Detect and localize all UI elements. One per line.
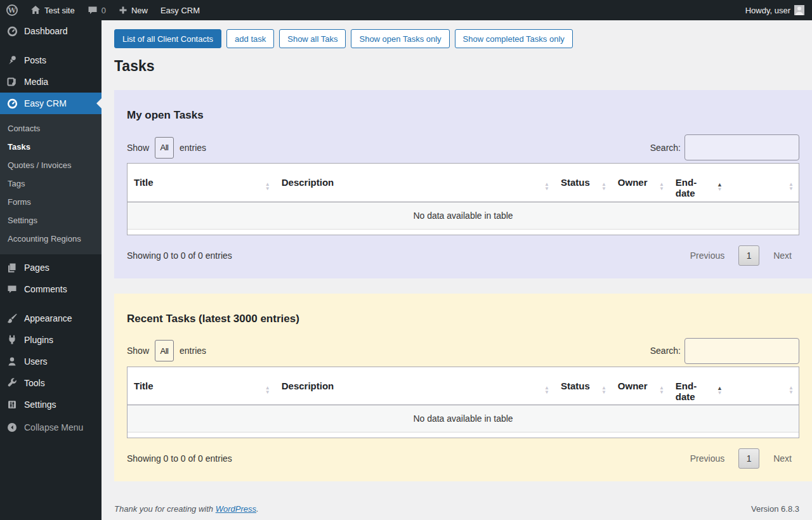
column-header-actions[interactable]: ▲▼ [728,164,799,202]
next-page-button[interactable]: Next [766,247,799,264]
sidebar-item-easy-crm[interactable]: Easy CRM [0,93,102,114]
admin-footer: Thank you for creating with WordPress. V… [114,504,812,514]
column-header-owner[interactable]: Owner ▲▼ [612,164,669,202]
site-name: Test site [44,6,75,15]
sidebar-item-media[interactable]: Media [0,71,102,93]
sort-icon: ▲▼ [265,182,270,191]
show-open-tasks-button[interactable]: Show open Tasks only [351,29,449,48]
entries-label: entries [180,346,206,356]
collapse-arrow-icon [6,422,18,432]
sort-icon: ▲▼ [659,182,664,191]
previous-page-button[interactable]: Previous [683,247,732,264]
easy-crm-submenu: Contacts Tasks Quotes / Invoices Tags Fo… [0,114,102,254]
entries-length-select[interactable]: All [155,137,174,159]
easy-crm-toolbar-link[interactable]: Easy CRM [154,0,206,20]
footer-version-text: Version 6.8.3 [751,504,799,514]
plug-icon [6,335,18,345]
submenu-item-forms[interactable]: Forms [0,193,102,211]
empty-table-message: No data available in table [128,202,799,229]
next-page-button[interactable]: Next [766,450,799,467]
entries-length-control: Show All entries [127,137,206,159]
pages-icon [6,263,18,273]
sidebar-item-comments[interactable]: Comments [0,278,102,300]
column-header-end-date[interactable]: End-date ▲▼ [669,164,728,202]
sidebar-item-settings[interactable]: Settings [0,394,102,415]
add-task-button[interactable]: add task [226,29,274,48]
column-header-actions[interactable]: ▲▼ [728,367,799,405]
comments-count: 0 [102,6,106,15]
submenu-item-quotes-invoices[interactable]: Quotes / Invoices [0,156,102,174]
current-page-button[interactable]: 1 [738,245,759,266]
new-content-menu[interactable]: New [112,0,154,20]
submenu-item-accounting-regions[interactable]: Accounting Regions [0,230,102,248]
sidebar-item-appearance[interactable]: Appearance [0,308,102,329]
empty-table-row: No data available in table [128,202,799,229]
submenu-item-contacts[interactable]: Contacts [0,119,102,138]
my-account-menu[interactable]: Howdy, user [739,0,804,20]
show-label: Show [127,346,149,356]
search-label: Search: [650,346,681,356]
table-info-text: Showing 0 to 0 of 0 entries [127,453,232,464]
sidebar-item-tools[interactable]: Tools [0,372,102,394]
search-label: Search: [650,143,681,153]
footer-thanks-text: Thank you for creating with WordPress. [114,504,259,514]
panel-title: My open Tasks [127,109,799,122]
recent-tasks-panel: Recent Tasks (latest 3000 entries) Show … [114,294,812,482]
column-header-status[interactable]: Status ▲▼ [554,164,612,202]
wrench-icon [6,378,18,388]
table-search-control: Search: [650,134,799,160]
sidebar-item-dashboard[interactable]: Dashboard [0,20,102,42]
comment-bubble-icon [88,6,98,15]
show-completed-tasks-button[interactable]: Show completed Tasks only [455,29,573,48]
gauge-icon [6,98,18,109]
sliders-icon [6,400,18,410]
search-input[interactable] [684,338,799,364]
column-header-status[interactable]: Status ▲▼ [554,367,612,405]
entries-length-control: Show All entries [127,340,206,361]
sort-icon: ▲▼ [265,386,270,394]
wp-logo-menu[interactable]: W [0,0,24,20]
empty-table-row: No data available in table [128,405,799,432]
howdy-text: Howdy, user [745,6,790,15]
entries-length-select[interactable]: All [155,340,174,361]
sidebar-item-pages[interactable]: Pages [0,257,102,278]
table-info-text: Showing 0 to 0 of 0 entries [127,250,232,261]
entries-label: entries [180,143,206,153]
column-header-description[interactable]: Description ▲▼ [275,367,554,405]
comment-icon [6,285,18,294]
submenu-item-tags[interactable]: Tags [0,174,102,193]
home-icon [30,5,41,15]
show-all-tasks-button[interactable]: Show all Taks [279,29,346,48]
sidebar-item-plugins[interactable]: Plugins [0,329,102,351]
plus-icon [119,6,128,15]
previous-page-button[interactable]: Previous [683,450,732,467]
current-page-button[interactable]: 1 [738,448,759,469]
show-label: Show [127,143,149,153]
list-all-client-contacts-button[interactable]: List of all Client Contacts [114,29,221,48]
submenu-item-settings[interactable]: Settings [0,211,102,230]
sort-icon: ▲▼ [789,182,794,191]
my-open-tasks-panel: My open Tasks Show All entries Search: [114,90,812,278]
sort-icon: ▲▼ [789,386,794,394]
empty-table-message: No data available in table [128,405,799,432]
column-header-title[interactable]: Title ▲▼ [128,164,275,202]
brush-icon [6,313,18,323]
new-label: New [131,6,148,15]
column-header-end-date[interactable]: End-date ▲▼ [669,367,728,405]
wordpress-logo-icon: W [6,4,18,16]
sidebar-item-posts[interactable]: Posts [0,49,102,71]
wordpress-link[interactable]: WordPress [216,504,256,514]
pushpin-icon [6,55,18,65]
submenu-item-tasks[interactable]: Tasks [0,138,102,156]
collapse-menu-button[interactable]: Collapse Menu [0,417,102,438]
sidebar-item-users[interactable]: Users [0,351,102,372]
column-header-title[interactable]: Title ▲▼ [128,367,275,405]
column-header-description[interactable]: Description ▲▼ [275,164,554,202]
search-input[interactable] [684,134,799,160]
column-header-owner[interactable]: Owner ▲▼ [612,367,669,405]
admin-sidebar: Dashboard Posts Media Easy CRM Contacts … [0,20,102,520]
site-link[interactable]: Test site [24,0,81,20]
main-content: List of all Client Contacts add task Sho… [102,20,812,520]
gauge-icon [6,26,18,37]
comments-shortcut[interactable]: 0 [81,0,112,20]
